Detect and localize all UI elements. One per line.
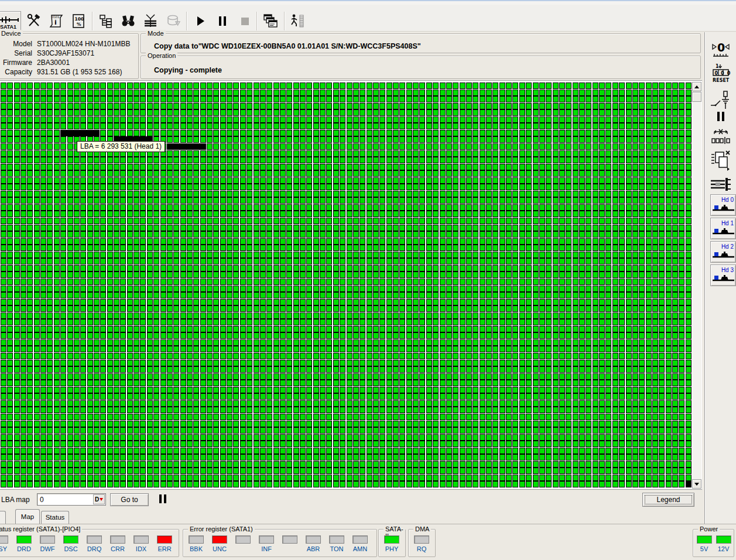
led-12v: 12V — [714, 535, 733, 553]
led-label: BBK — [190, 545, 203, 553]
led-label: PHY — [385, 545, 399, 553]
pause-button[interactable] — [213, 12, 232, 30]
tools-button[interactable] — [25, 12, 43, 30]
cascade-windows-button[interactable] — [261, 12, 280, 30]
script-info-button[interactable]: 0101 i — [47, 12, 66, 30]
search-binoculars-icon — [121, 13, 136, 29]
red-down-arrow-icon — [100, 498, 103, 501]
led-blank — [278, 535, 302, 553]
svg-text:RESET: RESET — [713, 78, 730, 83]
led-label: ERR — [158, 545, 171, 553]
mode-groupbox: Mode Copy data to"WDC WD10EZEX-00BN5A0 0… — [141, 33, 701, 53]
head-1-button[interactable]: Hd 1 — [710, 218, 736, 239]
status-register-title: Status register (SATA1)-[PIO4] — [0, 525, 82, 532]
led-label: CRR — [111, 545, 125, 553]
led-label: DWF — [40, 545, 54, 553]
goto-button[interactable]: Go to — [110, 493, 149, 506]
device-row-firmware: Firmware 2BA30001 — [0, 58, 135, 67]
scrollbar-thumb[interactable] — [692, 92, 701, 102]
stop-button[interactable] — [235, 12, 254, 30]
operation-groupbox: Operation Copying - complete — [141, 56, 701, 79]
tools-icon — [26, 13, 42, 29]
led-inf: INF — [255, 535, 278, 553]
structure-button[interactable] — [97, 12, 115, 30]
led-indicator — [414, 535, 429, 544]
led-indicator — [157, 535, 172, 544]
counter-jump-icon — [708, 127, 733, 148]
led-indicator — [63, 535, 78, 544]
head-stack-button[interactable] — [705, 174, 736, 195]
svg-text:0: 0 — [717, 41, 725, 54]
copy-database-button[interactable] — [165, 12, 183, 30]
led-indicator — [189, 535, 204, 544]
sata-port-icon — [0, 16, 19, 24]
structure-icon — [98, 13, 114, 29]
led-label: DRQ — [87, 545, 101, 553]
led-label: DRD — [17, 545, 31, 553]
reset-counter-icon: 1 000 RESET — [708, 62, 733, 87]
led-indicator — [133, 535, 149, 544]
toolbar-separator — [256, 12, 257, 30]
status-register-groupbox: Status register (SATA1)-[PIO4] BSYDRDDWF… — [0, 529, 179, 557]
play-button[interactable] — [191, 12, 210, 30]
mode-text: Copy data to"WDC WD10EZEX-00BN5A0 01.01A… — [154, 42, 421, 50]
device-field-value: ST1000LM024 HN-M101MBB — [37, 39, 130, 49]
toolbar-separator — [186, 12, 187, 30]
reset-counter-button[interactable]: 1 000 RESET — [705, 61, 736, 87]
run-script-button[interactable] — [288, 12, 307, 30]
scroll-up-button[interactable] — [692, 82, 701, 91]
main-toolbar: SATA1 0101 i 100 % — [0, 5, 736, 32]
led-indicator — [212, 535, 227, 544]
led-ton: TON — [325, 535, 348, 553]
led-dwf: DWF — [36, 535, 59, 553]
led-indicator — [87, 535, 102, 544]
head-3-button[interactable]: Hd 3 — [710, 264, 736, 286]
lba-input-value: 0 — [40, 496, 44, 504]
close-tasks-icon — [708, 149, 733, 173]
counter-jump-button[interactable] — [705, 126, 736, 149]
filter-button[interactable] — [141, 12, 160, 30]
surface-100-icon: 100 % — [71, 13, 86, 29]
head-0-button[interactable]: Hd 0 — [710, 194, 736, 216]
map-control-bar: LBA map 0 D Go to Legend — [0, 490, 702, 509]
device-field-label: Model — [0, 39, 32, 49]
map-pause-indicator[interactable] — [159, 494, 169, 504]
led-indicator — [282, 535, 297, 544]
arrow-down-icon — [694, 483, 699, 486]
close-tasks-button[interactable] — [705, 148, 736, 174]
device-row-serial: Serial S30CJ9AF153071 — [0, 49, 135, 58]
lba-dropdown-label: D — [95, 496, 99, 503]
script-info-icon: 0101 i — [49, 13, 64, 29]
head-zero-button[interactable]: 0 — [705, 37, 736, 61]
scroll-down-button[interactable] — [692, 479, 701, 489]
legend-button[interactable]: Legend — [642, 493, 694, 507]
tab-log[interactable]: Log — [0, 511, 6, 524]
led-indicator — [110, 535, 125, 544]
led-idx: IDX — [129, 535, 153, 553]
lba-dropdown-button[interactable]: D — [93, 494, 105, 504]
led-5v: 5V — [694, 535, 714, 553]
lba-block-map-panel[interactable]: LBA = 6 293 531 (Head 1) — [0, 80, 702, 490]
device-field-value: 931.51 GB (1 953 525 168) — [37, 67, 122, 77]
device-groupbox-title: Device — [0, 30, 23, 37]
led-indicator — [40, 535, 55, 544]
tab-status[interactable]: Status — [41, 511, 69, 524]
led-indicator — [259, 535, 274, 544]
sidebar-pause-button[interactable] — [705, 108, 736, 125]
cascade-windows-icon — [262, 13, 279, 29]
device-row-model: Model ST1000LM024 HN-M101MBB — [0, 39, 135, 49]
pause-icon — [216, 15, 229, 28]
device-field-label: Firmware — [0, 58, 32, 67]
operation-groupbox-title: Operation — [146, 52, 177, 59]
tab-map[interactable]: Map — [15, 509, 40, 524]
lba-input[interactable]: 0 D — [37, 493, 106, 506]
head-2-button[interactable]: Hd 2 — [710, 241, 736, 263]
svg-text:000: 000 — [715, 71, 734, 76]
led-bbk: BBK — [184, 535, 208, 553]
map-vertical-scrollbar[interactable] — [692, 82, 701, 489]
surface-scan-button[interactable]: 100 % — [69, 12, 88, 30]
run-script-icon — [289, 13, 306, 29]
search-button[interactable] — [119, 12, 138, 30]
head-icon — [712, 226, 735, 237]
led-drq: DRQ — [83, 535, 106, 553]
